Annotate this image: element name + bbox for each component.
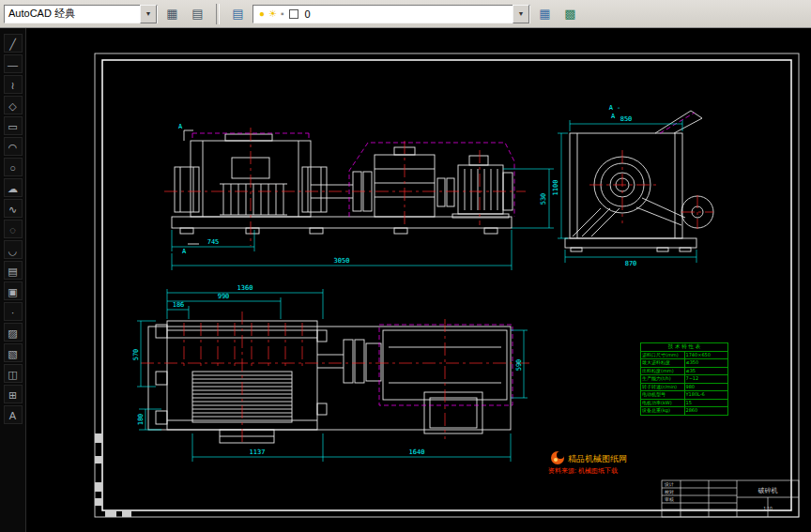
- dimension-lines: [137, 120, 696, 462]
- spec-cell: 设备总重(kg): [641, 407, 685, 416]
- top-toolbar: AutoCAD 经典 ▼ ▦ ▤ ▤ ● ☀ ▪ 0 ▼ ▦ ▩: [0, 0, 811, 28]
- layer-combo[interactable]: ● ☀ ▪ 0 ▼: [252, 5, 530, 23]
- tool-table-icon[interactable]: ⊞: [4, 385, 23, 403]
- layer-on-bulb-icon[interactable]: ●: [259, 9, 265, 19]
- plot-stamps: [95, 433, 131, 517]
- tool-line-icon[interactable]: ╱: [4, 34, 23, 53]
- workspace-save-icon: ▦: [166, 7, 177, 21]
- layer-properties-button[interactable]: ▤: [227, 3, 249, 24]
- tool-arc-icon[interactable]: ◠: [4, 137, 23, 156]
- tool-revision-cloud-icon[interactable]: ☁: [4, 178, 23, 197]
- workspace-settings-button[interactable]: ▤: [187, 3, 208, 24]
- section-label-line1: A -: [609, 104, 621, 112]
- watermark-brand: 精品机械图纸网: [568, 454, 627, 464]
- title-block: [662, 480, 799, 517]
- dim-label: 1100: [552, 180, 559, 196]
- layer-manager-button[interactable]: ▦: [534, 3, 556, 24]
- dim-label: 870: [625, 260, 637, 267]
- spec-cell: 电机功率(kW): [641, 399, 685, 407]
- layer-freeze-sun-icon[interactable]: ☀: [268, 9, 277, 19]
- spec-cell: 980: [684, 383, 728, 391]
- dim-label: 180: [137, 414, 145, 426]
- draw-toolbar: ╱—≀◇▭◠○☁∿◌◡▤▣·▨▧◫⊞A: [0, 28, 26, 532]
- spec-row: 转子转速(r/min)980: [641, 383, 728, 391]
- toolbar-separator: [216, 4, 220, 24]
- drawing-scale: 1:10: [763, 506, 773, 511]
- section-label-line2: A: [611, 113, 616, 120]
- tool-gradient-icon[interactable]: ▧: [4, 343, 23, 362]
- dim-label: 1360: [237, 284, 253, 292]
- spec-cell: 生产能力(t/h): [641, 375, 685, 384]
- layers-panel-icon: ▤: [232, 7, 243, 21]
- dim-label: 590: [515, 359, 523, 372]
- spec-cell: Y180L-6: [684, 391, 728, 400]
- spec-cell: 7~12: [684, 375, 728, 384]
- cad-drawing: 745 3050 530 A A A - A 850 1100 870 1360…: [26, 28, 811, 532]
- tool-spline-icon[interactable]: ∿: [4, 199, 23, 218]
- spec-cell: ≤350: [684, 359, 728, 368]
- tool-make-block-icon[interactable]: ▣: [4, 281, 23, 300]
- workspace-label: AutoCAD 经典: [8, 7, 75, 21]
- spec-table-title: 技 术 特 性 表: [641, 343, 728, 352]
- spec-cell: 15: [684, 399, 728, 407]
- layer-color-swatch[interactable]: [289, 9, 298, 19]
- spec-cell: 1740×650: [684, 351, 728, 359]
- layer-lock-icon[interactable]: ▪: [281, 9, 284, 19]
- front-view-geometry: [172, 130, 513, 244]
- dim-label: 186: [173, 301, 185, 309]
- dim-label: 990: [218, 293, 230, 300]
- spec-cell: 出料粒度(mm): [641, 367, 685, 375]
- dim-label: 3050: [334, 257, 350, 265]
- layer-manager-icon: ▦: [539, 7, 550, 21]
- tool-hatch-icon[interactable]: ▨: [4, 323, 23, 342]
- tool-circle-icon[interactable]: ○: [4, 158, 23, 176]
- spec-row: 电动机型号Y180L-6: [641, 391, 728, 400]
- drawing-title: 破碎机: [758, 487, 778, 494]
- tool-point-icon[interactable]: ·: [4, 302, 23, 321]
- layer-states-icon: ▩: [564, 7, 575, 21]
- plan-view-geometry: [148, 321, 511, 443]
- spec-title-row: 技 术 特 性 表: [641, 343, 728, 352]
- title-block-field: 设计: [664, 481, 674, 487]
- dim-label: 850: [620, 115, 633, 123]
- side-view-geometry: [565, 111, 713, 251]
- title-block-field: 审核: [665, 496, 674, 502]
- dim-label: 745: [207, 238, 220, 246]
- title-block-field: 校对: [664, 489, 674, 494]
- workspace-combo[interactable]: AutoCAD 经典 ▼: [4, 5, 158, 23]
- spec-cell: 进料口尺寸(mm): [641, 351, 685, 359]
- spec-row: 进料口尺寸(mm)1740×650: [641, 351, 728, 359]
- spec-cell: 转子转速(r/min): [641, 383, 685, 391]
- layer-chevron-down-icon[interactable]: ▼: [513, 5, 529, 23]
- spec-row: 设备总重(kg)2860: [641, 407, 728, 416]
- model-space-canvas[interactable]: 745 3050 530 A A A - A 850 1100 870 1360…: [26, 28, 811, 532]
- dim-label: 1137: [250, 448, 266, 456]
- spec-cell: ≤35: [684, 367, 728, 375]
- spec-row: 出料粒度(mm)≤35: [641, 367, 728, 375]
- tool-mtext-icon[interactable]: A: [4, 405, 23, 424]
- tool-insert-block-icon[interactable]: ▤: [4, 261, 23, 280]
- spec-table: 技 术 特 性 表 进料口尺寸(mm)1740×650最大进料粒度≤350出料粒…: [640, 342, 728, 416]
- spec-cell: 电动机型号: [641, 391, 685, 400]
- dim-label: 530: [540, 193, 547, 205]
- tool-ellipse-icon[interactable]: ◌: [4, 220, 23, 238]
- tool-construction-line-icon[interactable]: —: [4, 54, 23, 73]
- save-workspace-button[interactable]: ▦: [161, 3, 183, 24]
- tool-polygon-icon[interactable]: ◇: [4, 96, 23, 114]
- spec-row: 生产能力(t/h)7~12: [641, 375, 728, 384]
- spec-cell: 2860: [684, 407, 728, 416]
- layer-states-button[interactable]: ▩: [559, 3, 581, 24]
- tool-ellipse-arc-icon[interactable]: ◡: [4, 240, 23, 259]
- spec-row: 最大进料粒度≤350: [641, 359, 728, 368]
- chevron-down-icon[interactable]: ▼: [140, 5, 157, 23]
- section-marker-a-bottom: A: [182, 248, 187, 255]
- tool-region-icon[interactable]: ◫: [4, 364, 23, 383]
- centerlines: [141, 128, 713, 443]
- workspace-settings-icon: ▤: [191, 7, 203, 21]
- current-layer-name: 0: [305, 8, 311, 20]
- dim-label: 570: [132, 349, 140, 361]
- tool-rectangle-icon[interactable]: ▭: [4, 116, 23, 135]
- section-marker-a-top: A: [178, 123, 183, 130]
- spec-row: 电机功率(kW)15: [641, 399, 728, 407]
- tool-polyline-icon[interactable]: ≀: [4, 75, 23, 94]
